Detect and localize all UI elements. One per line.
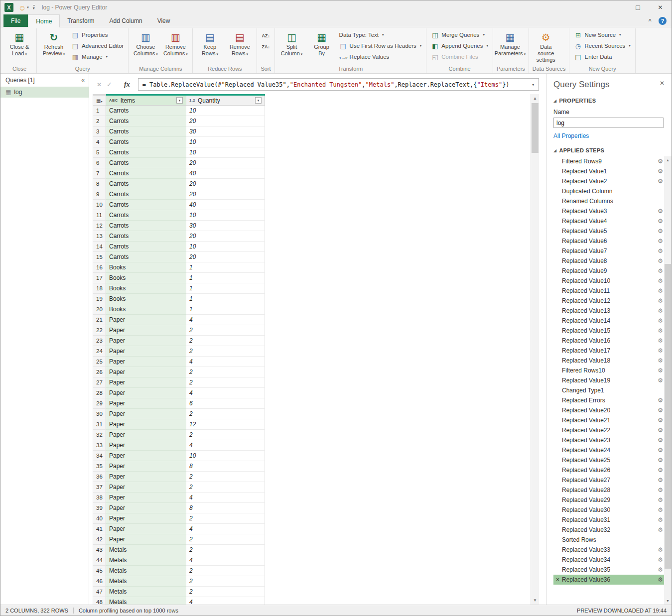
step-settings-gear-icon[interactable] [656, 437, 663, 444]
items-cell[interactable]: Paper [106, 482, 186, 493]
maximize-button[interactable] [627, 0, 649, 14]
items-cell[interactable]: Carrots [106, 189, 186, 200]
row-number-cell[interactable]: 44 [93, 555, 106, 566]
row-number-cell[interactable]: 23 [93, 336, 106, 346]
row-number-cell[interactable]: 31 [93, 419, 106, 430]
quantity-cell[interactable]: 1 [186, 262, 265, 273]
steps-scrollbar-thumb[interactable] [665, 264, 671, 569]
quantity-cell[interactable]: 2 [186, 346, 265, 357]
items-cell[interactable]: Carrots [106, 158, 186, 168]
row-number-cell[interactable]: 41 [93, 524, 106, 534]
new-source-button[interactable]: New Source [572, 30, 632, 40]
quantity-cell[interactable]: 4 [186, 315, 265, 325]
row-number-cell[interactable]: 4 [93, 137, 106, 147]
step-settings-gear-icon[interactable] [656, 377, 663, 384]
step-settings-gear-icon[interactable] [656, 238, 663, 245]
replace-values-button[interactable]: Replace Values [337, 52, 424, 62]
column-filter-icon-quantity[interactable] [255, 97, 262, 104]
applied-step[interactable]: Replaced Value3 [553, 206, 664, 216]
step-settings-gear-icon[interactable] [656, 347, 663, 354]
items-cell[interactable]: Books [106, 283, 186, 294]
applied-step[interactable]: Replaced Value18 [553, 356, 664, 366]
query-name-input[interactable] [553, 118, 664, 128]
applied-step[interactable]: Replaced Value24 [553, 445, 664, 455]
applied-step[interactable]: Duplicated Column [553, 186, 664, 196]
data-source-settings-button[interactable]: Data sourcesettings [532, 29, 560, 64]
quantity-cell[interactable]: 30 [186, 221, 265, 231]
row-number-cell[interactable]: 24 [93, 346, 106, 357]
items-cell[interactable]: Paper [106, 367, 186, 377]
sort-ascending-button[interactable] [260, 30, 271, 40]
row-number-cell[interactable]: 16 [93, 262, 106, 273]
quantity-cell[interactable]: 10 [186, 242, 265, 252]
quantity-cell[interactable]: 10 [186, 137, 265, 147]
quantity-cell[interactable]: 4 [186, 597, 265, 605]
items-cell[interactable]: Carrots [106, 179, 186, 189]
grid-corner-cell[interactable] [93, 95, 106, 106]
step-settings-gear-icon[interactable] [656, 158, 663, 165]
step-settings-gear-icon[interactable] [656, 247, 663, 254]
applied-step[interactable]: Replaced Value32 [553, 525, 664, 535]
tab-transform[interactable]: Transform [60, 14, 102, 27]
items-cell[interactable]: Paper [106, 315, 186, 325]
applied-step[interactable]: Replaced Value8 [553, 256, 664, 266]
applied-step[interactable]: Replaced Value35 [553, 565, 664, 575]
step-settings-gear-icon[interactable] [656, 516, 663, 523]
remove-columns-button[interactable]: RemoveColumns [161, 29, 190, 58]
items-cell[interactable]: Paper [106, 377, 186, 388]
row-number-cell[interactable]: 46 [93, 576, 106, 587]
applied-step[interactable]: Replaced Value7 [553, 246, 664, 256]
applied-step[interactable]: Replaced Value29 [553, 495, 664, 505]
quantity-cell[interactable]: 20 [186, 231, 265, 242]
row-number-cell[interactable]: 45 [93, 566, 106, 576]
row-number-cell[interactable]: 29 [93, 398, 106, 409]
items-cell[interactable]: Carrots [106, 168, 186, 179]
applied-step[interactable]: Replaced Value15 [553, 326, 664, 336]
quantity-cell[interactable]: 4 [186, 524, 265, 534]
quantity-cell[interactable]: 4 [186, 388, 265, 398]
quantity-cell[interactable]: 2 [186, 409, 265, 419]
applied-step[interactable]: Replaced Value36 [553, 575, 664, 585]
step-settings-gear-icon[interactable] [656, 228, 663, 235]
quantity-cell[interactable]: 1 [186, 304, 265, 315]
close-settings-pane-icon[interactable] [660, 80, 665, 87]
applied-step[interactable]: Replaced Value12 [553, 296, 664, 306]
quantity-cell[interactable]: 1 [186, 294, 265, 304]
applied-step[interactable]: Replaced Value26 [553, 465, 664, 475]
items-cell[interactable]: Carrots [106, 106, 186, 116]
step-settings-gear-icon[interactable] [656, 487, 663, 493]
column-filter-icon-items[interactable] [176, 97, 183, 104]
row-number-cell[interactable]: 33 [93, 440, 106, 451]
step-settings-gear-icon[interactable] [656, 477, 663, 484]
row-number-cell[interactable]: 36 [93, 472, 106, 482]
recent-sources-button[interactable]: Recent Sources [572, 41, 632, 51]
quantity-cell[interactable]: 12 [186, 419, 265, 430]
applied-step[interactable]: Filtered Rows9 [553, 156, 664, 166]
advanced-editor-button[interactable]: Advanced Editor [69, 41, 126, 51]
step-settings-gear-icon[interactable] [656, 546, 663, 553]
quantity-cell[interactable]: 2 [186, 367, 265, 377]
items-cell[interactable]: Carrots [106, 126, 186, 137]
quantity-cell[interactable]: 4 [186, 357, 265, 367]
quantity-cell[interactable]: 2 [186, 430, 265, 440]
quantity-cell[interactable]: 8 [186, 461, 265, 472]
items-cell[interactable]: Carrots [106, 252, 186, 262]
applied-step[interactable]: Replaced Value14 [553, 316, 664, 326]
expand-formula-bar-icon[interactable] [530, 82, 537, 87]
quick-access-toolbar-dropdown-icon[interactable] [33, 5, 35, 10]
applied-step[interactable]: Replaced Value11 [553, 286, 664, 296]
row-number-cell[interactable]: 20 [93, 304, 106, 315]
properties-section-header[interactable]: PROPERTIES [553, 98, 664, 104]
tab-add-column[interactable]: Add Column [102, 14, 150, 27]
row-number-cell[interactable]: 5 [93, 147, 106, 158]
row-number-cell[interactable]: 8 [93, 179, 106, 189]
quantity-cell[interactable]: 20 [186, 252, 265, 262]
step-settings-gear-icon[interactable] [656, 357, 663, 364]
fx-icon[interactable] [124, 81, 130, 89]
items-cell[interactable]: Paper [106, 325, 186, 336]
items-cell[interactable]: Paper [106, 451, 186, 461]
applied-step[interactable]: Replaced Value23 [553, 435, 664, 445]
row-number-cell[interactable]: 30 [93, 409, 106, 419]
items-cell[interactable]: Paper [106, 440, 186, 451]
items-cell[interactable]: Metals [106, 566, 186, 576]
